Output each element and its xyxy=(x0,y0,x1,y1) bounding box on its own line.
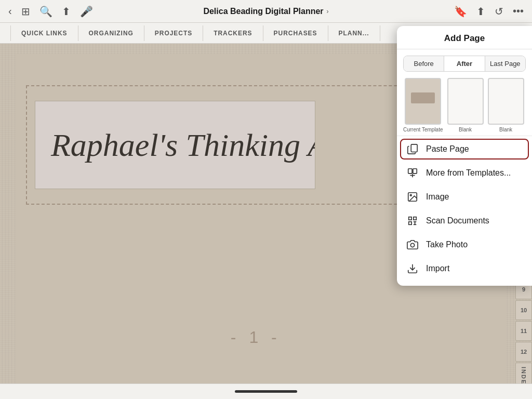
scan-documents-label: Scan Documents xyxy=(426,216,489,225)
svg-rect-8 xyxy=(414,217,417,220)
grid-icon[interactable]: ⊞ xyxy=(21,5,30,18)
more-templates-label: More from Templates... xyxy=(426,168,511,178)
panel-header: Add Page xyxy=(397,26,532,49)
camera-icon xyxy=(406,238,419,251)
side-tab-11[interactable]: 11 xyxy=(515,321,532,341)
menu-item-scan-documents[interactable]: Scan Documents xyxy=(397,209,532,233)
tab-quick-links[interactable]: QUICK LINKS xyxy=(10,25,78,41)
separator-1 xyxy=(397,136,532,136)
tab-plann[interactable]: PLANN... xyxy=(328,25,380,41)
search-icon[interactable]: 🔍 xyxy=(39,5,52,18)
export-icon[interactable]: ⬆ xyxy=(476,5,485,18)
template-blank-1[interactable]: Blank xyxy=(447,78,484,132)
position-before[interactable]: Before xyxy=(404,56,444,71)
panel-title: Add Page xyxy=(444,33,485,43)
template-thumb-current xyxy=(405,78,441,125)
menu-item-image[interactable]: Image xyxy=(397,185,532,209)
label-box: Raphael's Thinking Ang xyxy=(35,101,315,189)
import-icon xyxy=(406,262,419,275)
svg-rect-9 xyxy=(409,222,412,225)
bottom-bar xyxy=(0,383,532,399)
toolbar: ‹ ⊞ 🔍 ⬆ 🎤 Delica Beading Digital Planner… xyxy=(0,0,532,23)
tab-purchases[interactable]: PURCHASES xyxy=(263,25,328,41)
add-page-panel: Add Page Before After Last Page Current … xyxy=(397,26,532,286)
page-number: - 1 - xyxy=(231,328,281,347)
side-tab-12[interactable]: 12 xyxy=(515,342,532,362)
menu-item-more-templates[interactable]: More from Templates... xyxy=(397,161,532,185)
template-blank-2[interactable]: Blank xyxy=(488,78,524,132)
image-icon xyxy=(406,191,419,203)
template-label-blank-1: Blank xyxy=(459,127,472,132)
position-last-page[interactable]: Last Page xyxy=(485,56,525,71)
more-templates-icon xyxy=(406,167,419,179)
template-label-blank-2: Blank xyxy=(499,127,512,132)
toolbar-left: ‹ ⊞ 🔍 ⬆ 🎤 xyxy=(8,5,93,18)
menu-item-paste-page[interactable]: Paste Page xyxy=(397,137,532,161)
document-title: Delica Beading Digital Planner xyxy=(203,7,323,16)
menu-item-import[interactable]: Import xyxy=(397,257,532,281)
image-label: Image xyxy=(426,192,449,202)
svg-point-13 xyxy=(410,243,414,247)
position-after[interactable]: After xyxy=(444,56,485,71)
more-icon[interactable]: ••• xyxy=(513,5,524,17)
label-text: Raphael's Thinking Ang xyxy=(51,127,315,164)
template-current[interactable]: Current Template xyxy=(403,78,443,132)
template-label-current: Current Template xyxy=(403,127,443,132)
paste-icon xyxy=(406,143,419,155)
toolbar-center: Delica Beading Digital Planner › xyxy=(203,7,328,16)
templates-row: Current Template Blank Blank xyxy=(397,72,532,135)
import-label: Import xyxy=(426,264,449,273)
scan-icon xyxy=(406,215,419,227)
menu-item-take-photo[interactable]: Take Photo xyxy=(397,233,532,257)
toolbar-right: 🔖 ⬆ ↺ ••• xyxy=(454,5,524,18)
tab-trackers[interactable]: TRACKERS xyxy=(203,25,263,41)
template-thumb-blank-2 xyxy=(488,78,524,125)
tab-organizing[interactable]: ORGANIZING xyxy=(78,25,144,41)
share-icon[interactable]: ⬆ xyxy=(62,5,71,18)
bookmark-icon[interactable]: 🔖 xyxy=(454,5,467,18)
svg-rect-7 xyxy=(409,217,412,220)
back-icon[interactable]: ‹ xyxy=(8,5,12,17)
side-tab-10[interactable]: 10 xyxy=(515,300,532,320)
paste-page-label: Paste Page xyxy=(426,144,469,154)
take-photo-label: Take Photo xyxy=(426,240,468,249)
home-indicator xyxy=(235,390,297,393)
svg-rect-2 xyxy=(413,169,417,174)
svg-rect-0 xyxy=(411,144,417,152)
tab-projects[interactable]: PROJECTS xyxy=(144,25,203,41)
position-buttons: Before After Last Page xyxy=(403,56,526,72)
title-chevron: › xyxy=(327,8,329,15)
template-thumb-blank-1 xyxy=(447,78,484,125)
undo-icon[interactable]: ↺ xyxy=(495,5,503,18)
mic-icon[interactable]: 🎤 xyxy=(80,5,93,18)
svg-point-6 xyxy=(410,194,411,196)
svg-rect-1 xyxy=(408,169,412,174)
